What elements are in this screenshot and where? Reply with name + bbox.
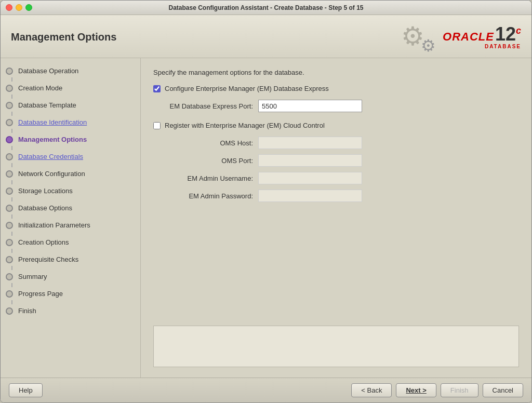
- register-cloud-checkbox[interactable]: [153, 122, 161, 129]
- page-title: Management Options: [11, 31, 116, 43]
- oms-host-input: [258, 137, 362, 149]
- help-button[interactable]: Help: [9, 383, 43, 397]
- oracle-brand-text: ORACLE: [443, 30, 494, 44]
- maximize-button[interactable]: [25, 4, 32, 11]
- sidebar-label-database-operation: Database Operation: [18, 67, 78, 75]
- em-port-row: EM Database Express Port:: [165, 100, 519, 112]
- gear-small-icon: ⚙: [421, 36, 437, 52]
- connector-13: [11, 283, 12, 287]
- sidebar-item-creation-mode[interactable]: Creation Mode: [1, 82, 140, 95]
- connector-7: [11, 180, 12, 184]
- bullet-finish: [6, 307, 13, 315]
- cancel-button[interactable]: Cancel: [483, 383, 523, 397]
- sidebar-item-database-options[interactable]: Database Options: [1, 202, 140, 214]
- configure-em-label[interactable]: Configure Enterprise Manager (EM) Databa…: [165, 85, 329, 92]
- sidebar-label-initialization-parameters: Initialization Parameters: [18, 221, 90, 229]
- main-content: Management Options ⚙ ⚙ ORACLE 12c DATABA…: [1, 15, 531, 402]
- connector-4: [11, 129, 12, 133]
- sidebar-item-storage-locations[interactable]: Storage Locations: [1, 184, 140, 197]
- sidebar-label-storage-locations: Storage Locations: [18, 187, 73, 195]
- bullet-initialization-parameters: [6, 222, 13, 229]
- oracle-database-label: DATABASE: [485, 44, 521, 49]
- sidebar-item-database-identification[interactable]: Database Identification: [1, 116, 140, 129]
- close-button[interactable]: [6, 4, 12, 11]
- connector-3: [11, 112, 12, 116]
- bullet-creation-mode: [6, 85, 13, 92]
- em-port-input[interactable]: [258, 100, 362, 112]
- connector-12: [11, 266, 12, 270]
- bullet-creation-options: [6, 239, 13, 246]
- connector-8: [11, 197, 12, 202]
- em-admin-password-label: EM Admin Password:: [165, 192, 258, 200]
- sidebar: Database Operation Creation Mode Databas…: [1, 58, 141, 378]
- bullet-database-identification: [6, 119, 13, 126]
- connector-5: [11, 146, 12, 150]
- sidebar-label-management-options: Management Options: [18, 136, 87, 143]
- bullet-prerequisite-checks: [6, 256, 13, 263]
- connector-6: [11, 163, 12, 167]
- sidebar-item-initialization-parameters[interactable]: Initialization Parameters: [1, 219, 140, 232]
- bullet-progress-page: [6, 290, 13, 298]
- sidebar-item-database-template[interactable]: Database Template: [1, 99, 140, 112]
- em-admin-username-label: EM Admin Username:: [165, 174, 258, 182]
- sidebar-label-progress-page: Progress Page: [18, 290, 63, 298]
- sidebar-item-database-credentials[interactable]: Database Credentials: [1, 150, 140, 163]
- sidebar-label-creation-options: Creation Options: [18, 238, 69, 246]
- oms-host-label-text: OMS Host:: [220, 139, 253, 147]
- oms-port-row: OMS Port:: [165, 154, 519, 167]
- oracle-version-text: 12c: [495, 25, 521, 44]
- sidebar-item-database-operation[interactable]: Database Operation: [1, 64, 140, 77]
- description-text: Specify the management options for the d…: [153, 69, 519, 76]
- em-admin-username-input: [258, 172, 362, 184]
- oms-port-input: [258, 154, 362, 167]
- oms-port-label-text: OMS Port:: [221, 157, 253, 165]
- sidebar-item-creation-options[interactable]: Creation Options: [1, 236, 140, 249]
- finish-button[interactable]: Finish: [441, 383, 478, 397]
- minimize-button[interactable]: [16, 4, 22, 11]
- sidebar-item-summary[interactable]: Summary: [1, 270, 140, 283]
- sidebar-label-summary: Summary: [18, 273, 47, 280]
- sidebar-item-network-configuration[interactable]: Network Configuration: [1, 167, 140, 180]
- sidebar-label-network-configuration: Network Configuration: [18, 170, 85, 178]
- sidebar-label-database-credentials: Database Credentials: [18, 153, 83, 160]
- sidebar-label-finish: Finish: [18, 307, 36, 315]
- em-port-label-text: EM Database Express Port:: [170, 102, 253, 110]
- window-title: Database Configuration Assistant - Creat…: [169, 4, 364, 11]
- bullet-summary: [6, 273, 13, 280]
- main-window: Database Configuration Assistant - Creat…: [0, 0, 532, 403]
- em-port-label: EM Database Express Port:: [165, 102, 258, 110]
- bullet-database-template: [6, 102, 13, 109]
- sidebar-label-prerequisite-checks: Prerequisite Checks: [18, 256, 78, 263]
- sidebar-item-finish[interactable]: Finish: [1, 304, 140, 317]
- register-cloud-label[interactable]: Register with Enterprise Manager (EM) Cl…: [165, 122, 325, 129]
- em-admin-password-input: [258, 190, 362, 202]
- connector-10: [11, 232, 12, 236]
- oracle-logo: ORACLE 12c DATABASE: [443, 25, 521, 49]
- header-right: ⚙ ⚙ ORACLE 12c DATABASE: [401, 21, 521, 52]
- header-band: Management Options ⚙ ⚙ ORACLE 12c DATABA…: [1, 15, 531, 58]
- sidebar-label-database-template: Database Template: [18, 101, 76, 109]
- sidebar-label-database-options: Database Options: [18, 204, 72, 212]
- oms-host-label: OMS Host:: [165, 139, 258, 147]
- back-button[interactable]: < Back: [351, 383, 392, 397]
- nav-buttons: < Back Next > Finish Cancel: [351, 383, 523, 397]
- bullet-database-options: [6, 205, 13, 212]
- bullet-management-options: [6, 136, 13, 143]
- bottom-bar: Help < Back Next > Finish Cancel: [1, 378, 531, 402]
- connector-9: [11, 214, 12, 219]
- sidebar-item-management-options[interactable]: Management Options: [1, 133, 140, 146]
- bullet-storage-locations: [6, 187, 13, 195]
- sidebar-item-prerequisite-checks[interactable]: Prerequisite Checks: [1, 253, 140, 266]
- next-button[interactable]: Next >: [396, 383, 436, 397]
- gears-decoration: ⚙ ⚙: [401, 21, 437, 52]
- register-cloud-row: Register with Enterprise Manager (EM) Cl…: [153, 122, 519, 129]
- em-admin-password-row: EM Admin Password:: [165, 190, 519, 202]
- configure-em-checkbox[interactable]: [153, 85, 161, 92]
- bullet-database-operation: [6, 68, 13, 75]
- bullet-database-credentials: [6, 153, 13, 160]
- sidebar-item-progress-page[interactable]: Progress Page: [1, 287, 140, 300]
- em-admin-username-label-text: EM Admin Username:: [188, 174, 253, 182]
- configure-em-row: Configure Enterprise Manager (EM) Databa…: [153, 85, 519, 92]
- info-box: [153, 326, 519, 367]
- em-admin-password-label-text: EM Admin Password:: [189, 192, 253, 200]
